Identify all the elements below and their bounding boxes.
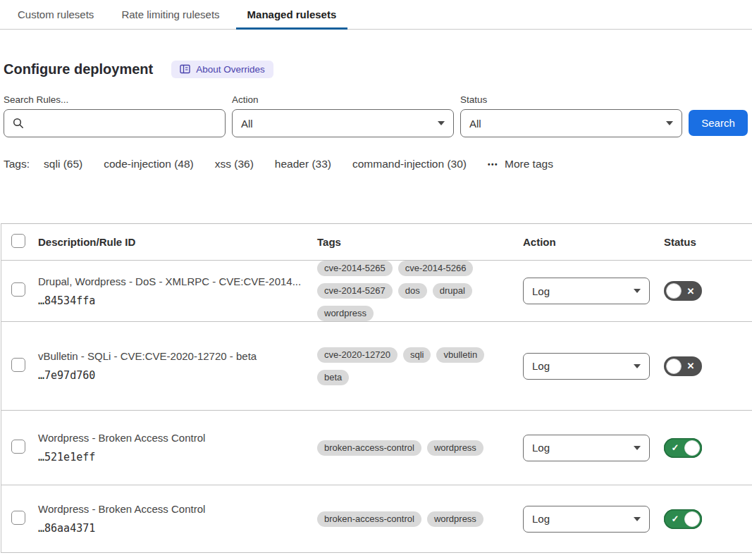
header-description: Description/Rule ID: [38, 236, 317, 248]
toggle-mark-icon: ✓: [666, 514, 684, 523]
rule-id: …521e1eff: [38, 451, 317, 463]
chevron-down-icon: [634, 364, 641, 368]
action-filter-label: Action: [232, 94, 454, 105]
status-toggle[interactable]: ✓: [664, 438, 702, 458]
header-action: Action: [523, 236, 664, 248]
row-checkbox[interactable]: [11, 358, 25, 372]
search-button[interactable]: Search: [689, 110, 748, 136]
filter-bar: Search Rules... Action All Status All Se…: [4, 94, 752, 137]
row-action-select[interactable]: Log: [523, 353, 650, 380]
row-tags: broken-access-controlwordpress: [317, 511, 502, 527]
about-overrides-badge[interactable]: About Overrides: [171, 61, 273, 78]
row-tags: broken-access-controlwordpress: [317, 440, 502, 456]
table-row: Wordpress - Broken Access Control …86aa4…: [1, 485, 752, 553]
toggle-knob: [666, 359, 682, 374]
status-toggle[interactable]: ✕: [664, 281, 702, 301]
table-header-row: Description/Rule ID Tags Action Status: [1, 224, 752, 261]
chevron-down-icon: [666, 121, 673, 125]
status-toggle[interactable]: ✓: [664, 509, 702, 529]
tag-chip: broken-access-control: [317, 440, 421, 456]
status-toggle[interactable]: ✕: [664, 356, 702, 376]
tag-chip: cve-2014-5267: [317, 283, 393, 299]
toggle-knob: [666, 283, 682, 299]
status-filter-label: Status: [460, 94, 682, 105]
rule-title: Wordpress - Broken Access Control: [38, 432, 317, 444]
tag-filter-link[interactable]: xss (36): [215, 158, 254, 170]
tag-chip: drupal: [433, 283, 472, 299]
table-row: Drupal, Wordpress - DoS - XMLRPC - CVE:C…: [1, 261, 752, 322]
tab-custom-rulesets[interactable]: Custom rulesets: [6, 0, 105, 29]
tag-filter-link[interactable]: command-injection (30): [352, 158, 467, 170]
rule-title: vBulletin - SQLi - CVE:CVE-2020-12720 - …: [38, 350, 317, 362]
rule-title: Drupal, Wordpress - DoS - XMLRPC - CVE:C…: [38, 275, 317, 287]
tab-rate-limiting-rulesets[interactable]: Rate limiting rulesets: [110, 0, 230, 29]
header-status: Status: [664, 236, 752, 248]
row-checkbox[interactable]: [11, 511, 25, 525]
row-action-select[interactable]: Log: [523, 506, 650, 533]
table-row: Wordpress - Broken Access Control …521e1…: [1, 411, 752, 485]
tag-chip: cve-2014-5265: [317, 261, 393, 276]
tab-bar: Custom rulesets Rate limiting rulesets M…: [0, 0, 752, 30]
book-icon: [180, 64, 190, 74]
toggle-knob: [684, 440, 700, 456]
tab-managed-rulesets[interactable]: Managed rulesets: [236, 0, 348, 29]
tag-chip: broken-access-control: [317, 511, 421, 527]
chevron-down-icon: [634, 289, 641, 293]
chevron-down-icon: [634, 517, 641, 521]
rules-table: Description/Rule ID Tags Action Status D…: [1, 223, 752, 553]
status-select[interactable]: All: [460, 109, 682, 137]
search-rules-input[interactable]: [30, 118, 216, 130]
search-rules-label: Search Rules...: [4, 94, 226, 105]
rule-id: …86aa4371: [38, 522, 317, 535]
row-checkbox[interactable]: [11, 440, 25, 454]
tag-chip: wordpress: [427, 440, 483, 456]
tag-chip: wordpress: [317, 306, 374, 321]
tags-bar-label: Tags:: [4, 158, 30, 170]
about-overrides-label: About Overrides: [196, 64, 265, 75]
tag-chip: dos: [398, 283, 427, 299]
search-rules-field[interactable]: [4, 109, 226, 137]
tag-chip: sqli: [403, 347, 431, 363]
tag-chip: wordpress: [427, 511, 483, 527]
row-action-select[interactable]: Log: [523, 278, 650, 304]
page-title: Configure deployment: [4, 61, 153, 77]
ellipsis-icon: •••: [488, 161, 498, 168]
row-tags: cve-2020-12720sqlivbulletinbeta: [317, 347, 502, 385]
tag-filter-link[interactable]: sqli (65): [44, 158, 82, 170]
more-tags-label: More tags: [505, 158, 553, 170]
tag-chip: cve-2014-5266: [398, 261, 474, 276]
table-row: vBulletin - SQLi - CVE:CVE-2020-12720 - …: [1, 322, 752, 411]
chevron-down-icon: [634, 446, 641, 450]
chevron-down-icon: [438, 121, 445, 125]
toggle-mark-icon: ✓: [666, 443, 684, 452]
row-action-select[interactable]: Log: [523, 435, 650, 461]
header-tags: Tags: [317, 236, 523, 248]
rule-id: …84534ffa: [38, 294, 317, 307]
toggle-mark-icon: ✕: [682, 287, 700, 296]
row-tags: cve-2014-5265cve-2014-5266cve-2014-5267d…: [317, 261, 502, 321]
search-icon: [13, 118, 24, 129]
rule-id: …7e97d760: [38, 369, 317, 382]
action-select[interactable]: All: [232, 109, 454, 137]
more-tags-button[interactable]: ••• More tags: [488, 158, 553, 170]
tags-bar: Tags: sqli (65)code-injection (48)xss (3…: [4, 157, 752, 171]
tag-chip: cve-2020-12720: [317, 347, 397, 363]
tag-filter-link[interactable]: code-injection (48): [104, 158, 194, 170]
tag-filter-link[interactable]: header (33): [275, 158, 331, 170]
select-all-checkbox[interactable]: [11, 234, 25, 248]
toggle-mark-icon: ✕: [682, 361, 700, 371]
rule-title: Wordpress - Broken Access Control: [38, 503, 317, 515]
tag-chip: beta: [317, 370, 349, 385]
row-checkbox[interactable]: [11, 282, 25, 297]
toggle-knob: [684, 511, 700, 527]
tag-chip: vbulletin: [436, 347, 484, 363]
